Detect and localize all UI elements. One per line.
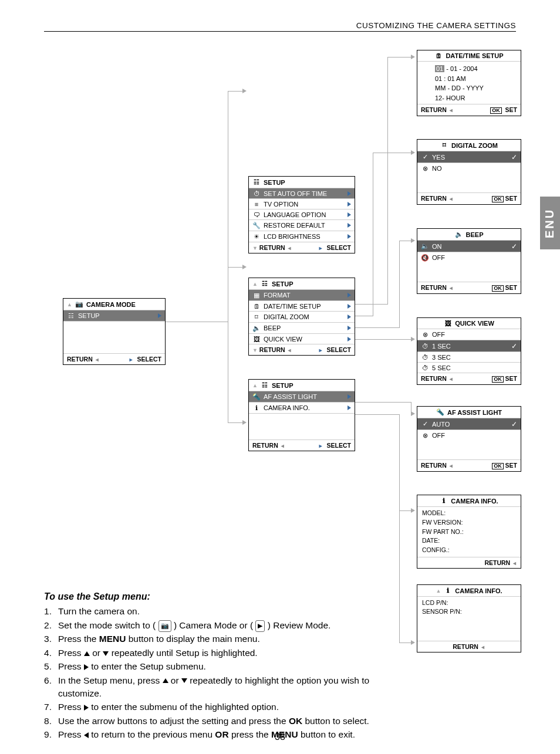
timer-icon: ⏱ <box>421 364 429 371</box>
quick-view-icon: 🖼 <box>444 320 452 327</box>
instruction-step: Turn the camera on. <box>58 605 405 618</box>
menu-item[interactable]: ⊗OFF <box>417 329 521 340</box>
menu-item[interactable]: 🔧RESTORE DEFAULT <box>249 219 355 231</box>
speaker-icon: 🔈 <box>455 231 463 238</box>
instruction-step: Press the MENU button to display the mai… <box>58 633 405 645</box>
zoom-icon: ⌑ <box>440 141 448 149</box>
chevron-right-icon <box>158 313 161 318</box>
camera-icon: 📷 <box>75 300 83 308</box>
menu-item[interactable]: ⏱1 SEC ✓ <box>417 340 521 351</box>
setup-menu-1: ☷ SETUP ⏱SET AUTO OFF TIME ≡TV OPTION 🗨L… <box>248 176 355 253</box>
menu-title: ☷ SETUP <box>249 380 355 391</box>
check-icon: ✓ <box>511 420 517 428</box>
down-arrow-icon <box>103 651 109 656</box>
menu-item[interactable]: 🔦AF ASSIST LIGHT <box>249 391 355 402</box>
check-icon: ✓ <box>421 420 429 428</box>
speaker-on-icon: 🔈 <box>421 242 429 250</box>
up-arrow-icon <box>84 651 90 656</box>
menu-item[interactable]: ▦FORMAT <box>249 289 355 300</box>
setup-menu-3: ☷ SETUP 🔦AF ASSIST LIGHT ℹCAMERA INFO. R… <box>248 379 355 451</box>
menu-title: ℹ CAMERA INFO. <box>417 495 521 506</box>
camera-mode-menu: 📷 CAMERA MODE ☷SETUP RETURN ◄ ► SELECT <box>63 298 166 365</box>
menu-item[interactable]: ⏱5 SEC <box>417 362 521 373</box>
menu-title: ☷ SETUP <box>249 278 355 289</box>
instruction-step: Press to enter the Setup submenu. <box>58 660 405 673</box>
menu-item-setup[interactable]: ☷SETUP <box>63 310 165 321</box>
quick-view-menu: 🖼 QUICK VIEW ⊗OFF ⏱1 SEC ✓ ⏱3 SEC ⏱5 SEC… <box>417 317 521 385</box>
info-icon: ℹ <box>444 587 452 594</box>
up-arrow-icon <box>163 678 168 683</box>
info-icon: ℹ <box>440 497 448 505</box>
menu-item[interactable]: ⌑DIGITAL ZOOM <box>249 311 355 322</box>
instruction-step: Press to enter the submenu of the highli… <box>58 701 405 714</box>
instruction-step: In the Setup menu, press or repeatedly t… <box>58 674 405 701</box>
camera-info-menu-1: ℹ CAMERA INFO. MODEL: FW VERSION: FW PAR… <box>417 495 521 569</box>
af-assist-menu: 🔦 AF ASSIST LIGHT ✓AUTO ✓ ⊗OFF RETURN ◄ … <box>417 406 521 472</box>
flashlight-icon: 🔦 <box>436 408 444 416</box>
check-icon: ✓ <box>511 342 517 350</box>
check-icon: ✓ <box>511 242 517 251</box>
menu-title: ☷ SETUP <box>249 177 355 188</box>
language-tab: ENU <box>540 197 560 249</box>
menu-item-off[interactable]: ⊗OFF <box>417 430 521 441</box>
menu-item[interactable]: ☀LCD BRIGHTNESS <box>249 231 355 242</box>
down-arrow-icon <box>181 678 187 683</box>
instruction-step: Press or repeatedly until Setup is highl… <box>58 647 405 660</box>
instruction-step: Use the arrow buttons to adjust the sett… <box>58 715 405 728</box>
menu-item-auto[interactable]: ✓AUTO ✓ <box>417 418 521 430</box>
check-icon: ✓ <box>511 153 517 161</box>
setup-menu-2: ☷ SETUP ▦FORMAT 🗓DATE/TIME SETUP ⌑DIGITA… <box>248 278 355 356</box>
menu-item-yes[interactable]: ✓YES ✓ <box>417 151 521 163</box>
sliders-icon: ☷ <box>67 312 75 320</box>
datetime-menu: 🗓 DATE/TIME SETUP 01 - 01 - 2004 01 : 01… <box>417 50 521 116</box>
right-arrow-icon <box>84 705 89 711</box>
x-icon: ⊗ <box>421 432 429 439</box>
page-header: CUSTOMIZING THE CAMERA SETTINGS <box>44 21 516 32</box>
menu-item-no[interactable]: ⊗NO <box>417 163 521 174</box>
menu-title: 📷 CAMERA MODE <box>63 299 165 310</box>
calendar-icon: 🗓 <box>434 52 443 59</box>
beep-menu: 🔈 BEEP 🔈ON ✓ 🔇OFF RETURN ◄ OK SET <box>417 228 521 294</box>
menu-item-on[interactable]: 🔈ON ✓ <box>417 240 521 252</box>
sliders-icon: ☷ <box>252 178 261 186</box>
menu-item[interactable]: ℹCAMERA INFO. <box>249 402 355 413</box>
instructions: To use the Setup menu: Turn the camera o… <box>44 590 405 742</box>
check-icon: ✓ <box>421 153 429 161</box>
menu-title: 🔈 BEEP <box>417 229 521 240</box>
menu-title: ℹ CAMERA INFO. <box>417 585 521 596</box>
timer-icon: ⏱ <box>421 354 429 361</box>
right-arrow-icon <box>84 664 89 670</box>
instruction-step: Set the mode switch to ( 📷 ) Camera Mode… <box>58 619 405 632</box>
speaker-off-icon: 🔇 <box>421 254 429 262</box>
menu-item[interactable]: 🗨LANGUAGE OPTION <box>249 209 355 219</box>
menu-title: 🖼 QUICK VIEW <box>417 318 521 329</box>
x-icon: ⊗ <box>421 165 429 173</box>
menu-item[interactable]: ⏱SET AUTO OFF TIME <box>249 188 355 198</box>
x-icon: ⊗ <box>421 331 429 339</box>
timer-icon: ⏱ <box>421 343 429 350</box>
menu-title: 🗓 DATE/TIME SETUP <box>417 50 521 61</box>
camera-icon: 📷 <box>158 620 171 632</box>
menu-item-off[interactable]: 🔇OFF <box>417 252 521 263</box>
menu-item[interactable]: 🗓DATE/TIME SETUP <box>249 300 355 311</box>
menu-item[interactable]: ≡TV OPTION <box>249 198 355 209</box>
sliders-icon: ☷ <box>261 381 269 389</box>
menu-item[interactable]: 🖼QUICK VIEW <box>249 333 355 344</box>
play-icon: ▶ <box>255 620 265 632</box>
digital-zoom-menu: ⌑ DIGITAL ZOOM ✓YES ✓ ⊗NO RETURN ◄ OK SE… <box>417 139 521 205</box>
menu-item[interactable]: ⏱3 SEC <box>417 351 521 362</box>
instructions-title: To use the Setup menu: <box>44 590 405 603</box>
sliders-icon: ☷ <box>261 280 269 288</box>
menu-title: 🔦 AF ASSIST LIGHT <box>417 407 521 418</box>
menu-title: ⌑ DIGITAL ZOOM <box>417 140 521 151</box>
menu-item[interactable]: 🔈BEEP <box>249 322 355 333</box>
page-number: 38 <box>0 732 560 742</box>
camera-info-menu-2: ℹ CAMERA INFO. LCD P/N: SENSOR P/N: RETU… <box>417 584 521 652</box>
